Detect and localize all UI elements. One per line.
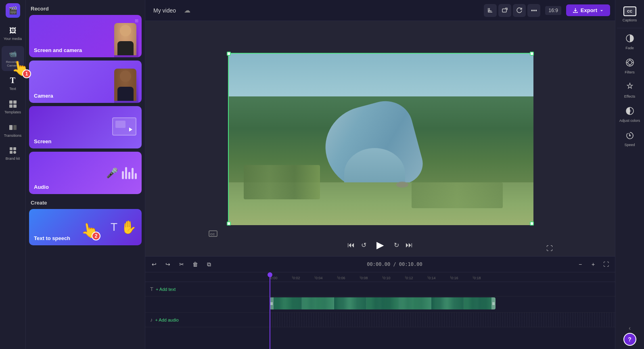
redo-button[interactable]: ↪ xyxy=(162,259,174,270)
svg-rect-3 xyxy=(13,104,17,108)
screen-label: Screen xyxy=(34,138,51,144)
audio-track-label: ♪ + Add audio xyxy=(145,317,270,323)
screen-card[interactable]: Screen xyxy=(29,106,142,148)
video-preview-area: CC ⏮ ↺ ▶ ↻ ⏭ ⛶ xyxy=(145,21,615,256)
ruler-mark-9: 0:18 xyxy=(473,276,496,280)
video-canvas-container xyxy=(228,53,533,224)
captions-toggle-button[interactable]: CC xyxy=(209,230,217,237)
zoom-in-button[interactable]: + xyxy=(588,259,599,270)
tts-label: Text to speech xyxy=(34,235,70,241)
ruler-mark-1: 0:02 xyxy=(292,276,315,280)
effects-icon xyxy=(625,82,634,93)
camera-label: Camera xyxy=(34,93,53,99)
delete-button[interactable]: 🗑 xyxy=(190,259,201,270)
your-media-icon: 🖼 xyxy=(8,26,18,36)
handle-bottom-right[interactable] xyxy=(530,222,534,226)
sidebar-item-text[interactable]: T Text xyxy=(2,73,24,94)
zoom-out-button[interactable]: − xyxy=(575,259,586,270)
text-track: T + Add text xyxy=(145,282,615,297)
captions-icon: CC xyxy=(623,6,636,16)
svg-rect-6 xyxy=(10,147,13,150)
export-button[interactable]: Export xyxy=(566,4,610,16)
avatar-decoration-2 xyxy=(114,69,138,103)
audio-card[interactable]: Audio 🎤 xyxy=(29,152,142,194)
tts-card[interactable]: Text to speech T ✋ xyxy=(29,209,142,245)
record-panel: Record Screen and camera ⊞ Camera xyxy=(26,0,145,349)
clip-right-handle[interactable]: ⏸ xyxy=(491,297,496,309)
fade-label: Fade xyxy=(625,46,634,50)
help-button[interactable]: ? xyxy=(623,333,636,346)
handle-top-left[interactable] xyxy=(227,52,231,56)
audio-label: Audio xyxy=(34,184,49,190)
effects-label: Effects xyxy=(624,94,635,98)
rewind-button[interactable]: ↺ xyxy=(361,241,366,249)
transitions-icon xyxy=(8,123,18,132)
sidebar-item-transitions[interactable]: Transitions xyxy=(2,119,24,141)
svg-rect-4 xyxy=(9,125,13,130)
collapse-sidebar-button[interactable]: ‹ xyxy=(629,325,631,331)
tts-illustration: T ✋ xyxy=(111,219,137,235)
sidebar-item-record[interactable]: 📹 Record &Camera xyxy=(2,46,24,71)
video-content xyxy=(229,54,533,225)
right-tool-speed[interactable]: Speed xyxy=(618,127,642,150)
video-canvas[interactable] xyxy=(228,53,533,224)
sidebar-item-your-media[interactable]: 🖼 Your media xyxy=(2,23,24,44)
handle-bottom-left[interactable] xyxy=(227,222,231,226)
ruler-mark-7: 0:14 xyxy=(428,276,450,280)
add-text-button[interactable]: + Add text xyxy=(156,287,176,292)
screen-camera-card[interactable]: Screen and camera ⊞ xyxy=(29,15,142,57)
rotate-tool-button[interactable] xyxy=(513,4,526,17)
timeline-time-display: 00:00.00 / 00:10.00 xyxy=(367,261,422,267)
fit-timeline-button[interactable]: ⛶ xyxy=(600,259,612,270)
right-tool-effects[interactable]: Effects xyxy=(618,79,642,102)
right-tool-filters[interactable]: Filters xyxy=(618,55,642,77)
right-tool-fade[interactable]: Fade xyxy=(618,31,642,53)
cut-button[interactable]: ✂ xyxy=(176,259,187,270)
video-track-area: ⏸ ⏸ xyxy=(270,297,615,312)
add-audio-button[interactable]: + Add audio xyxy=(155,318,179,322)
audio-illustration: 🎤 xyxy=(106,167,137,179)
sidebar-item-label-record: Record &Camera xyxy=(6,60,19,68)
camera-card[interactable]: Camera xyxy=(29,61,142,103)
top-bar-tools: ••• xyxy=(484,4,540,17)
undo-button[interactable]: ↩ xyxy=(148,259,160,270)
timeline-area: ↩ ↪ ✂ 🗑 ⧉ 00:00.00 / 00:10.00 − + ⛶ xyxy=(145,256,615,349)
speed-label: Speed xyxy=(624,143,635,147)
sidebar-item-templates[interactable]: Templates xyxy=(2,96,24,118)
playhead-head xyxy=(268,272,272,277)
sidebar-item-label-transitions: Transitions xyxy=(4,134,22,138)
svg-point-21 xyxy=(629,110,631,112)
play-button[interactable]: ▶ xyxy=(373,238,387,252)
copy-button[interactable]: ⧉ xyxy=(203,259,215,270)
svg-point-22 xyxy=(629,135,631,136)
captions-label: Captions xyxy=(623,18,637,22)
right-sidebar: CC Captions Fade xyxy=(615,0,644,349)
main-area: My video ☁ xyxy=(145,0,615,349)
svg-line-23 xyxy=(629,133,630,135)
record-icon: 📹 xyxy=(8,49,18,59)
video-clip[interactable]: ⏸ ⏸ xyxy=(270,297,496,309)
svg-rect-0 xyxy=(9,100,13,104)
playhead[interactable] xyxy=(270,272,270,349)
fullscreen-button[interactable]: ⛶ xyxy=(546,245,553,252)
sidebar-item-brand-kit[interactable]: Brand kit xyxy=(2,142,24,164)
svg-rect-8 xyxy=(10,151,13,154)
handle-top-right[interactable] xyxy=(530,52,534,56)
text-track-area[interactable] xyxy=(270,282,615,296)
fast-forward-button[interactable]: ↻ xyxy=(394,241,399,249)
right-tool-adjust-colors[interactable]: Adjust colors xyxy=(618,103,642,126)
player-controls: ⏮ ↺ ▶ ↻ ⏭ xyxy=(347,238,413,252)
aspect-ratio-badge: 16:9 xyxy=(545,6,561,15)
crop-tool-button[interactable] xyxy=(484,4,497,17)
right-tool-captions[interactable]: CC Captions xyxy=(618,3,642,25)
skip-forward-button[interactable]: ⏭ xyxy=(406,241,413,249)
skip-back-button[interactable]: ⏮ xyxy=(347,241,355,249)
audio-track-area[interactable] xyxy=(270,313,615,327)
project-name[interactable]: My video xyxy=(150,6,179,15)
svg-point-9 xyxy=(13,151,16,154)
screen-camera-label: Screen and camera xyxy=(34,47,82,53)
timeline-ruler: 0:00 0:02 0:04 0:06 0:08 0:10 0:12 0:14 … xyxy=(145,272,615,282)
more-options-button[interactable]: ••• xyxy=(527,4,540,17)
resize-tool-button[interactable] xyxy=(498,4,511,17)
filters-label: Filters xyxy=(625,70,635,74)
